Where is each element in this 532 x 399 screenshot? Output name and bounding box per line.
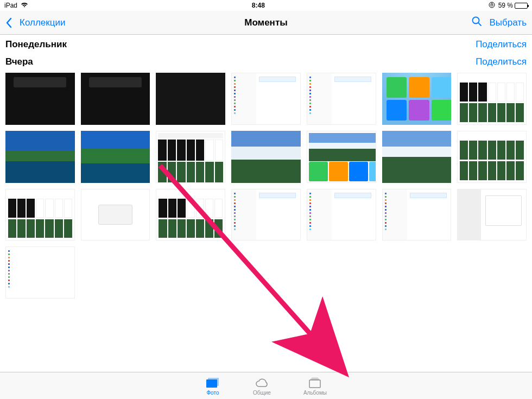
photo-thumbnail[interactable] <box>307 189 376 241</box>
photo-thumbnail[interactable] <box>81 131 150 183</box>
select-button[interactable]: Выбрать <box>490 17 527 28</box>
tab-shared[interactable]: Общие <box>253 376 271 396</box>
photo-thumbnail[interactable] <box>81 73 150 125</box>
status-time: 8:48 <box>252 2 265 9</box>
tab-label: Общие <box>253 390 271 396</box>
photo-thumbnail[interactable] <box>5 246 75 299</box>
tab-albums[interactable]: Альбомы <box>303 376 327 396</box>
photo-grid <box>0 69 532 299</box>
search-button[interactable] <box>471 16 482 29</box>
photo-thumbnail[interactable] <box>457 189 527 241</box>
tab-photos[interactable]: Фото <box>205 376 220 396</box>
page-title: Моменты <box>244 17 287 28</box>
svg-rect-7 <box>312 377 318 378</box>
tab-label: Фото <box>207 390 219 396</box>
back-label: Коллекции <box>20 17 65 28</box>
albums-icon <box>307 376 322 389</box>
photo-thumbnail[interactable] <box>5 189 75 241</box>
cloud-icon <box>254 376 269 389</box>
svg-line-2 <box>478 23 481 26</box>
photo-thumbnail[interactable] <box>81 189 150 241</box>
photo-thumbnail[interactable] <box>307 73 376 125</box>
tab-bar: Фото Общие Альбомы <box>0 372 532 399</box>
photos-tab-icon <box>205 376 220 389</box>
svg-rect-6 <box>311 378 319 379</box>
photo-thumbnail[interactable] <box>307 131 376 183</box>
photo-thumbnail[interactable] <box>382 189 452 241</box>
share-button[interactable]: Поделиться <box>476 56 527 67</box>
photo-thumbnail[interactable] <box>156 189 225 241</box>
photo-thumbnail[interactable] <box>5 73 75 125</box>
search-icon <box>471 16 482 27</box>
photo-thumbnail[interactable] <box>156 73 225 125</box>
section-header-yesterday: Вчера Поделиться <box>0 52 532 69</box>
share-button[interactable]: Поделиться <box>476 39 527 50</box>
photo-thumbnail[interactable] <box>231 131 301 183</box>
photo-thumbnail[interactable] <box>5 131 75 183</box>
orientation-lock-icon <box>489 2 495 10</box>
status-bar: iPad 8:48 59 % <box>0 0 532 11</box>
photo-thumbnail[interactable] <box>457 73 527 125</box>
photo-thumbnail[interactable] <box>457 131 527 183</box>
battery-indicator: 59 % <box>498 2 528 9</box>
photo-thumbnail[interactable] <box>156 131 225 183</box>
section-title: Вчера <box>5 56 33 67</box>
wifi-icon <box>21 2 28 9</box>
section-header-monday: Понедельник Поделиться <box>0 35 532 52</box>
back-button[interactable]: Коллекции <box>5 17 65 28</box>
battery-pct: 59 % <box>498 2 513 9</box>
photo-thumbnail[interactable] <box>231 189 301 241</box>
device-label: iPad <box>4 2 17 9</box>
photo-thumbnail[interactable] <box>382 131 452 183</box>
tab-label: Альбомы <box>303 390 327 396</box>
photo-thumbnail[interactable] <box>231 73 301 125</box>
svg-rect-5 <box>309 380 320 388</box>
svg-rect-4 <box>208 378 219 386</box>
section-title: Понедельник <box>5 39 67 50</box>
nav-bar: Коллекции Моменты Выбрать <box>0 11 532 35</box>
photo-thumbnail[interactable] <box>382 73 452 125</box>
chevron-left-icon <box>5 17 12 28</box>
